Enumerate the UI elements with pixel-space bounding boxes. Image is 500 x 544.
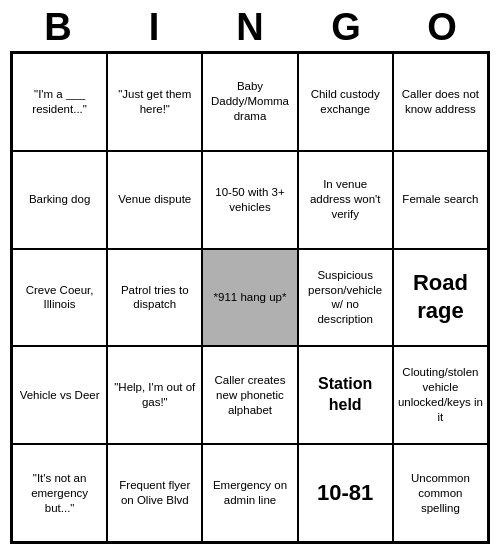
bingo-cell-5[interactable]: Barking dog [12,151,107,249]
bingo-cell-22[interactable]: Emergency on admin line [202,444,297,542]
bingo-header: B I N G O [10,0,490,51]
bingo-cell-2[interactable]: Baby Daddy/Momma drama [202,53,297,151]
bingo-grid: "I'm a ___ resident...""Just get them he… [10,51,490,544]
bingo-cell-10[interactable]: Creve Coeur, Illinois [12,249,107,347]
header-letter-b: B [14,6,102,49]
bingo-cell-16[interactable]: "Help, I'm out of gas!" [107,346,202,444]
bingo-cell-9[interactable]: Female search [393,151,488,249]
bingo-cell-13[interactable]: Suspicious person/vehicle w/ no descript… [298,249,393,347]
bingo-cell-14[interactable]: Road rage [393,249,488,347]
bingo-cell-19[interactable]: Clouting/stolen vehicle unlocked/keys in… [393,346,488,444]
bingo-cell-6[interactable]: Venue dispute [107,151,202,249]
bingo-cell-24[interactable]: Uncommon common spelling [393,444,488,542]
bingo-cell-15[interactable]: Vehicle vs Deer [12,346,107,444]
header-letter-g: G [302,6,390,49]
bingo-cell-21[interactable]: Frequent flyer on Olive Blvd [107,444,202,542]
bingo-cell-23[interactable]: 10-81 [298,444,393,542]
bingo-cell-1[interactable]: "Just get them here!" [107,53,202,151]
bingo-cell-8[interactable]: In venue address won't verify [298,151,393,249]
bingo-cell-17[interactable]: Caller creates new phonetic alphabet [202,346,297,444]
bingo-cell-18[interactable]: Station held [298,346,393,444]
header-letter-n: N [206,6,294,49]
bingo-cell-3[interactable]: Child custody exchange [298,53,393,151]
bingo-cell-12[interactable]: *911 hang up* [202,249,297,347]
header-letter-i: I [110,6,198,49]
header-letter-o: O [398,6,486,49]
bingo-cell-0[interactable]: "I'm a ___ resident..." [12,53,107,151]
bingo-cell-20[interactable]: "It's not an emergency but..." [12,444,107,542]
bingo-cell-11[interactable]: Patrol tries to dispatch [107,249,202,347]
bingo-cell-4[interactable]: Caller does not know address [393,53,488,151]
bingo-cell-7[interactable]: 10-50 with 3+ vehicles [202,151,297,249]
